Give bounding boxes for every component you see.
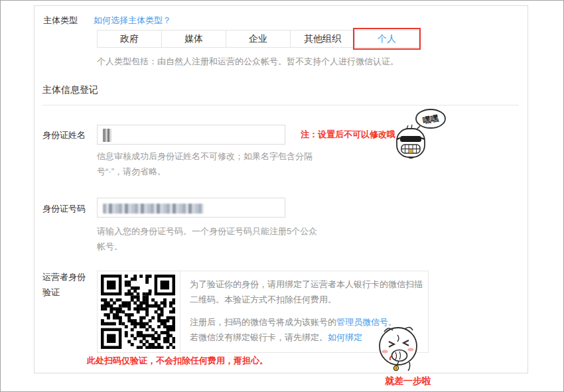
how-to-bind-link[interactable]: 如何绑定: [328, 332, 362, 342]
id-name-red-note: 注：设置后不可以修改哦: [301, 129, 395, 141]
id-name-help-line2: 号“·”，请勿省略。: [97, 166, 166, 178]
admin-text-period: 。: [388, 317, 397, 327]
tab-personal[interactable]: 个人: [355, 31, 419, 47]
operator-verify-label-line2: 验证: [42, 287, 60, 298]
tab-enterprise[interactable]: 企业: [226, 31, 291, 47]
subject-type-tabs: 政府 媒体 企业 其他组织 个人: [97, 30, 419, 48]
verify-instruction-line3: 注册后，扫码的微信号将成为该账号的管理员微信号。: [190, 316, 397, 328]
id-number-help-line1: 请输入您的身份证号码。一个身份证号码只能注册5个公众: [97, 226, 317, 237]
id-name-input[interactable]: [97, 125, 285, 145]
bind-text: 若微信没有绑定银行卡，请先绑定。: [190, 332, 328, 342]
how-to-choose-link[interactable]: 如何选择主体类型？: [94, 15, 171, 27]
id-name-help-line1: 信息审核成功后身份证姓名不可修改；如果名字包含分隔: [97, 151, 313, 163]
id-name-label: 身份证姓名: [42, 129, 86, 141]
qr-code: [101, 275, 175, 349]
id-number-help-line2: 帐号。: [97, 241, 123, 253]
verify-instruction-line2: 二维码。本验证方式不扣除任何费用。: [190, 294, 336, 306]
section-divider: [42, 105, 519, 105]
verify-instruction-line4: 若微信没有绑定银行卡，请先绑定。如何绑定: [190, 332, 362, 344]
tab-other-organization[interactable]: 其他组织: [291, 31, 355, 47]
tab-media[interactable]: 媒体: [162, 31, 226, 47]
qr-red-caption: 此处扫码仅验证，不会扣除任何费用，甭担心。: [87, 355, 268, 367]
masked-name-value: [103, 129, 111, 142]
qr-panel-divider: [180, 271, 180, 352]
id-number-input[interactable]: [97, 198, 285, 218]
id-number-label: 身份证号码: [42, 203, 86, 215]
registration-page: 主体类型 如何选择主体类型？ 政府 媒体 企业 其他组织 个人 个人类型包括：由…: [0, 0, 564, 392]
section-title: 主体信息登记: [42, 84, 98, 96]
personal-type-description: 个人类型包括：由自然人注册和运营的公众帐号。暂不支持个人进行微信认证。: [97, 56, 399, 68]
tab-government[interactable]: 政府: [98, 31, 162, 47]
masked-id-number-value: [103, 204, 204, 214]
admin-wechat-link[interactable]: 管理员微信号: [336, 317, 388, 327]
footer-red-note: 就差一步啦: [385, 375, 431, 387]
operator-verify-label-line1: 运营者身份: [42, 271, 86, 283]
verify-instruction-line1: 为了验证你的身份，请用绑定了运营者本人银行卡的微信扫描: [190, 279, 423, 291]
subject-type-label: 主体类型: [43, 15, 78, 27]
admin-text: 注册后，扫码的微信号将成为该账号的: [190, 317, 336, 327]
